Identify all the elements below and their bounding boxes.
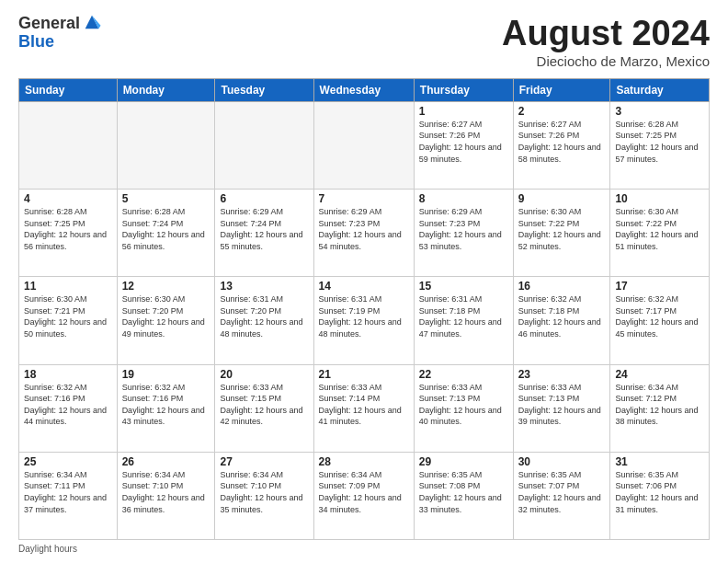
footer: Daylight hours bbox=[18, 544, 710, 554]
day-info: Sunrise: 6:31 AMSunset: 7:20 PMDaylight:… bbox=[220, 293, 308, 339]
day-info: Sunrise: 6:34 AMSunset: 7:09 PMDaylight:… bbox=[319, 469, 409, 515]
calendar-cell: 4Sunrise: 6:28 AMSunset: 7:25 PMDaylight… bbox=[19, 190, 118, 277]
day-header-thursday: Thursday bbox=[414, 78, 513, 101]
logo-icon bbox=[82, 12, 102, 32]
day-info: Sunrise: 6:33 AMSunset: 7:14 PMDaylight:… bbox=[319, 382, 409, 428]
day-number: 10 bbox=[615, 192, 704, 205]
day-header-friday: Friday bbox=[513, 78, 610, 101]
day-info: Sunrise: 6:32 AMSunset: 7:16 PMDaylight:… bbox=[122, 382, 210, 428]
location-subtitle: Dieciocho de Marzo, Mexico bbox=[502, 53, 710, 69]
day-number: 18 bbox=[24, 368, 112, 381]
day-info: Sunrise: 6:30 AMSunset: 7:22 PMDaylight:… bbox=[518, 206, 606, 252]
day-number: 5 bbox=[122, 192, 210, 205]
day-number: 12 bbox=[122, 280, 210, 293]
calendar-cell: 15Sunrise: 6:31 AMSunset: 7:18 PMDayligh… bbox=[414, 277, 513, 364]
calendar-cell: 16Sunrise: 6:32 AMSunset: 7:18 PMDayligh… bbox=[513, 277, 610, 364]
day-number: 29 bbox=[419, 455, 508, 468]
day-info: Sunrise: 6:33 AMSunset: 7:13 PMDaylight:… bbox=[518, 382, 606, 428]
day-info: Sunrise: 6:30 AMSunset: 7:21 PMDaylight:… bbox=[24, 293, 112, 339]
day-number: 8 bbox=[419, 192, 508, 205]
day-info: Sunrise: 6:30 AMSunset: 7:22 PMDaylight:… bbox=[615, 206, 704, 252]
day-info: Sunrise: 6:27 AMSunset: 7:26 PMDaylight:… bbox=[518, 119, 606, 165]
day-info: Sunrise: 6:29 AMSunset: 7:24 PMDaylight:… bbox=[220, 206, 308, 252]
calendar-cell bbox=[313, 101, 414, 189]
logo: General Blue bbox=[18, 15, 102, 52]
header: General Blue August 2024 Dieciocho de Ma… bbox=[18, 15, 710, 69]
calendar-cell: 21Sunrise: 6:33 AMSunset: 7:14 PMDayligh… bbox=[313, 364, 414, 452]
day-info: Sunrise: 6:28 AMSunset: 7:25 PMDaylight:… bbox=[615, 119, 704, 165]
day-number: 25 bbox=[24, 455, 112, 468]
calendar-header-row: SundayMondayTuesdayWednesdayThursdayFrid… bbox=[19, 78, 710, 101]
day-info: Sunrise: 6:32 AMSunset: 7:16 PMDaylight:… bbox=[24, 382, 112, 428]
day-info: Sunrise: 6:34 AMSunset: 7:10 PMDaylight:… bbox=[122, 469, 210, 515]
daylight-label: Daylight hours bbox=[18, 544, 77, 554]
calendar-cell: 26Sunrise: 6:34 AMSunset: 7:10 PMDayligh… bbox=[117, 452, 215, 539]
page: General Blue August 2024 Dieciocho de Ma… bbox=[0, 0, 728, 563]
day-info: Sunrise: 6:31 AMSunset: 7:18 PMDaylight:… bbox=[419, 293, 508, 339]
day-info: Sunrise: 6:35 AMSunset: 7:08 PMDaylight:… bbox=[419, 469, 508, 515]
calendar-cell: 3Sunrise: 6:28 AMSunset: 7:25 PMDaylight… bbox=[610, 101, 710, 189]
day-number: 27 bbox=[220, 455, 308, 468]
calendar-cell: 23Sunrise: 6:33 AMSunset: 7:13 PMDayligh… bbox=[513, 364, 610, 452]
logo-general-text: General bbox=[18, 15, 80, 33]
day-number: 30 bbox=[518, 455, 606, 468]
day-info: Sunrise: 6:32 AMSunset: 7:17 PMDaylight:… bbox=[615, 293, 704, 339]
calendar-cell: 27Sunrise: 6:34 AMSunset: 7:10 PMDayligh… bbox=[215, 452, 313, 539]
day-info: Sunrise: 6:32 AMSunset: 7:18 PMDaylight:… bbox=[518, 293, 606, 339]
calendar-cell: 2Sunrise: 6:27 AMSunset: 7:26 PMDaylight… bbox=[513, 101, 610, 189]
day-number: 7 bbox=[319, 192, 409, 205]
day-info: Sunrise: 6:34 AMSunset: 7:10 PMDaylight:… bbox=[220, 469, 308, 515]
calendar-week-row: 25Sunrise: 6:34 AMSunset: 7:11 PMDayligh… bbox=[19, 452, 710, 539]
calendar-cell: 12Sunrise: 6:30 AMSunset: 7:20 PMDayligh… bbox=[117, 277, 215, 364]
calendar-cell bbox=[117, 101, 215, 189]
day-number: 28 bbox=[319, 455, 409, 468]
day-info: Sunrise: 6:27 AMSunset: 7:26 PMDaylight:… bbox=[419, 119, 508, 165]
day-info: Sunrise: 6:34 AMSunset: 7:11 PMDaylight:… bbox=[24, 469, 112, 515]
day-number: 17 bbox=[615, 280, 704, 293]
calendar-cell: 18Sunrise: 6:32 AMSunset: 7:16 PMDayligh… bbox=[19, 364, 118, 452]
calendar-week-row: 1Sunrise: 6:27 AMSunset: 7:26 PMDaylight… bbox=[19, 101, 710, 189]
day-number: 13 bbox=[220, 280, 308, 293]
calendar-cell: 17Sunrise: 6:32 AMSunset: 7:17 PMDayligh… bbox=[610, 277, 710, 364]
day-header-monday: Monday bbox=[117, 78, 215, 101]
title-section: August 2024 Dieciocho de Marzo, Mexico bbox=[502, 15, 710, 69]
day-number: 24 bbox=[615, 368, 704, 381]
day-number: 11 bbox=[24, 280, 112, 293]
calendar-cell: 11Sunrise: 6:30 AMSunset: 7:21 PMDayligh… bbox=[19, 277, 118, 364]
day-info: Sunrise: 6:30 AMSunset: 7:20 PMDaylight:… bbox=[122, 293, 210, 339]
calendar-cell: 30Sunrise: 6:35 AMSunset: 7:07 PMDayligh… bbox=[513, 452, 610, 539]
day-header-tuesday: Tuesday bbox=[215, 78, 313, 101]
calendar-week-row: 11Sunrise: 6:30 AMSunset: 7:21 PMDayligh… bbox=[19, 277, 710, 364]
day-number: 26 bbox=[122, 455, 210, 468]
logo-blue-text: Blue bbox=[18, 33, 102, 52]
day-info: Sunrise: 6:33 AMSunset: 7:15 PMDaylight:… bbox=[220, 382, 308, 428]
day-info: Sunrise: 6:33 AMSunset: 7:13 PMDaylight:… bbox=[419, 382, 508, 428]
calendar-cell: 8Sunrise: 6:29 AMSunset: 7:23 PMDaylight… bbox=[414, 190, 513, 277]
day-number: 23 bbox=[518, 368, 606, 381]
calendar-cell: 9Sunrise: 6:30 AMSunset: 7:22 PMDaylight… bbox=[513, 190, 610, 277]
day-number: 20 bbox=[220, 368, 308, 381]
day-info: Sunrise: 6:28 AMSunset: 7:24 PMDaylight:… bbox=[122, 206, 210, 252]
calendar-cell: 19Sunrise: 6:32 AMSunset: 7:16 PMDayligh… bbox=[117, 364, 215, 452]
calendar-cell: 20Sunrise: 6:33 AMSunset: 7:15 PMDayligh… bbox=[215, 364, 313, 452]
calendar-cell: 7Sunrise: 6:29 AMSunset: 7:23 PMDaylight… bbox=[313, 190, 414, 277]
calendar-cell: 10Sunrise: 6:30 AMSunset: 7:22 PMDayligh… bbox=[610, 190, 710, 277]
day-number: 3 bbox=[615, 105, 704, 118]
day-header-sunday: Sunday bbox=[19, 78, 118, 101]
day-info: Sunrise: 6:31 AMSunset: 7:19 PMDaylight:… bbox=[319, 293, 409, 339]
day-number: 14 bbox=[319, 280, 409, 293]
day-number: 1 bbox=[419, 105, 508, 118]
day-info: Sunrise: 6:35 AMSunset: 7:07 PMDaylight:… bbox=[518, 469, 606, 515]
day-info: Sunrise: 6:34 AMSunset: 7:12 PMDaylight:… bbox=[615, 382, 704, 428]
calendar-cell: 25Sunrise: 6:34 AMSunset: 7:11 PMDayligh… bbox=[19, 452, 118, 539]
calendar-cell: 28Sunrise: 6:34 AMSunset: 7:09 PMDayligh… bbox=[313, 452, 414, 539]
day-number: 31 bbox=[615, 455, 704, 468]
calendar-week-row: 4Sunrise: 6:28 AMSunset: 7:25 PMDaylight… bbox=[19, 190, 710, 277]
day-number: 15 bbox=[419, 280, 508, 293]
calendar-cell: 22Sunrise: 6:33 AMSunset: 7:13 PMDayligh… bbox=[414, 364, 513, 452]
day-number: 19 bbox=[122, 368, 210, 381]
calendar-week-row: 18Sunrise: 6:32 AMSunset: 7:16 PMDayligh… bbox=[19, 364, 710, 452]
calendar-cell: 13Sunrise: 6:31 AMSunset: 7:20 PMDayligh… bbox=[215, 277, 313, 364]
day-number: 4 bbox=[24, 192, 112, 205]
calendar-cell: 14Sunrise: 6:31 AMSunset: 7:19 PMDayligh… bbox=[313, 277, 414, 364]
